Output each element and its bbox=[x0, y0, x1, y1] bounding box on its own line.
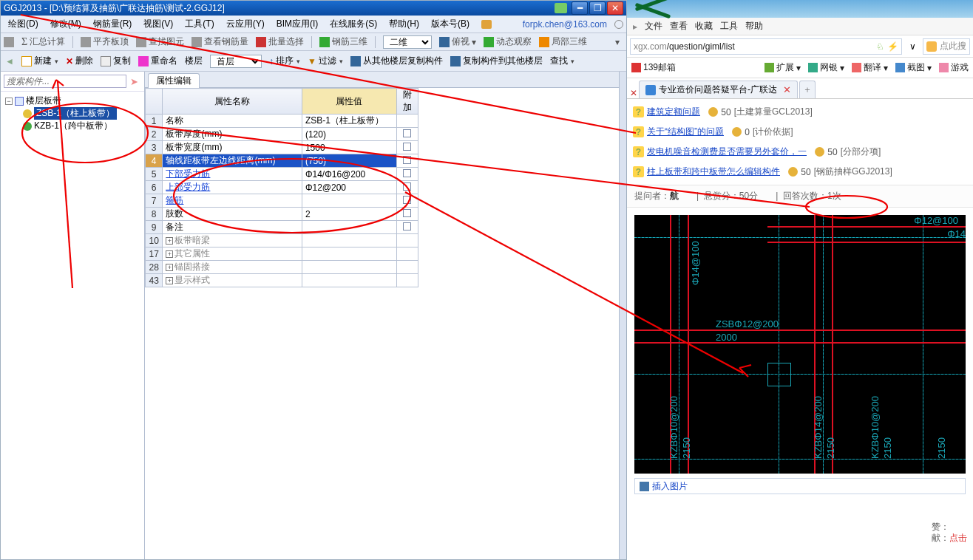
browser-search[interactable]: 点此搜 bbox=[923, 38, 970, 55]
hat-icon[interactable] bbox=[481, 20, 492, 29]
tab-close-icon[interactable]: ✕ bbox=[783, 84, 791, 95]
grid-row[interactable]: 6上部受力筋Φ12@200 bbox=[146, 181, 418, 194]
br-fav[interactable]: 收藏 bbox=[695, 20, 713, 33]
menu-steel[interactable]: 钢筋量(R) bbox=[89, 16, 137, 32]
checkbox[interactable] bbox=[403, 222, 411, 231]
tool-local3d[interactable]: 局部三维 bbox=[539, 35, 587, 48]
qa-item[interactable]: ?关于“结构图”的问题 0 [计价依据] bbox=[627, 122, 973, 142]
copy-button[interactable]: 复制 bbox=[101, 55, 131, 67]
tool-stop[interactable] bbox=[4, 37, 14, 47]
floor-select[interactable]: 首层 bbox=[210, 55, 262, 68]
menu-edit[interactable]: 修改(M) bbox=[46, 16, 86, 32]
tool-batch[interactable]: 批量选择 bbox=[256, 35, 304, 48]
copy-to-button[interactable]: 复制构件到其他楼层 bbox=[450, 55, 543, 67]
menu-tool[interactable]: 工具(T) bbox=[180, 16, 218, 32]
col-name: 属性名称 bbox=[163, 89, 302, 115]
grid-row[interactable]: 3板带宽度(mm)1500 bbox=[146, 141, 418, 154]
trans-button[interactable]: 翻译▾ bbox=[852, 61, 888, 74]
grid-row[interactable]: 10+板带暗梁 bbox=[146, 234, 418, 247]
qa-link[interactable]: 关于“结构图”的问题 bbox=[647, 126, 724, 138]
br-file[interactable]: 文件 bbox=[645, 20, 662, 33]
tool-dyn[interactable]: 动态观察 bbox=[484, 35, 532, 48]
br-view[interactable]: 查看 bbox=[670, 20, 688, 33]
ext-button[interactable]: 扩展▾ bbox=[764, 61, 801, 74]
tool-find[interactable]: 查找图元 bbox=[136, 35, 184, 48]
dropdown-icon[interactable]: ∨ bbox=[905, 39, 920, 54]
menu-view[interactable]: 视图(V) bbox=[139, 16, 177, 32]
br-help[interactable]: 帮助 bbox=[745, 20, 763, 33]
menu-help[interactable]: 帮助(H) bbox=[384, 16, 424, 32]
search-input[interactable] bbox=[4, 75, 126, 88]
close-button[interactable]: ✕ bbox=[607, 1, 623, 15]
menu-bim[interactable]: BIM应用(I) bbox=[272, 16, 323, 32]
tool-back[interactable]: ◄ bbox=[5, 56, 14, 66]
menu-version[interactable]: 版本号(B) bbox=[427, 16, 474, 32]
account-link[interactable]: forpk.chen@163.com bbox=[523, 19, 607, 30]
property-grid[interactable]: 属性名称 属性值 附加 1名称ZSB-1（柱上板带）2板带厚度(mm)(120)… bbox=[145, 88, 418, 287]
checkbox[interactable] bbox=[403, 169, 411, 177]
paw-icon bbox=[926, 41, 937, 52]
grid-row[interactable]: 8肢数2 bbox=[146, 208, 418, 221]
minimize-button[interactable]: ━ bbox=[572, 1, 588, 15]
qa-item[interactable]: ?建筑定额问题 50 [土建算量GCL2013] bbox=[627, 102, 973, 122]
grid-row[interactable]: 28+锚固搭接 bbox=[146, 261, 418, 274]
delete-button[interactable]: ✕删除 bbox=[66, 55, 93, 67]
filter-button[interactable]: ▼过滤▾ bbox=[308, 55, 343, 67]
grid-row[interactable]: 4轴线距板带左边线距离(mm)(750) bbox=[146, 154, 418, 168]
tree-item-kzb1[interactable]: KZB-1（跨中板带） bbox=[5, 120, 144, 132]
new-button[interactable]: 新建▾ bbox=[21, 55, 58, 67]
game-button[interactable]: 游戏 bbox=[939, 61, 969, 74]
mail-link[interactable]: 139邮箱 bbox=[631, 61, 676, 74]
copy-from-button[interactable]: 从其他楼层复制构件 bbox=[350, 55, 443, 67]
tool-sum[interactable]: Σ汇总计算 bbox=[21, 35, 65, 48]
question-icon: ? bbox=[633, 166, 644, 177]
bank-button[interactable]: 网银▾ bbox=[808, 61, 844, 74]
menu-online[interactable]: 在线服务(S) bbox=[325, 16, 382, 32]
menu-draw[interactable]: 绘图(D) bbox=[4, 16, 43, 32]
checkbox[interactable] bbox=[403, 129, 411, 137]
checkbox[interactable] bbox=[403, 156, 411, 164]
grid-row[interactable]: 9备注 bbox=[146, 221, 418, 234]
rename-button[interactable]: 重命名 bbox=[138, 55, 177, 67]
grid-row[interactable]: 1名称ZSB-1（柱上板带） bbox=[146, 115, 418, 128]
grid-row[interactable]: 7箍筋 bbox=[146, 194, 418, 208]
tab-properties[interactable]: 属性编辑 bbox=[148, 73, 200, 88]
view-select[interactable]: 二维 bbox=[383, 35, 432, 49]
checkbox[interactable] bbox=[403, 182, 411, 191]
qa-item[interactable]: ?发电机噪音检测费是否需要另外套价，一 50 [分部分项] bbox=[627, 142, 973, 162]
menu-cloud[interactable]: 云应用(Y) bbox=[222, 16, 269, 32]
component-tree[interactable]: −楼层板带 ZSB-1（柱上板带） KZB-1（跨中板带） bbox=[1, 92, 144, 559]
tree-root[interactable]: −楼层板带 bbox=[5, 95, 144, 107]
tool-3d[interactable]: 钢筋三维 bbox=[319, 35, 367, 48]
sort-button[interactable]: ↕排序▾ bbox=[269, 55, 300, 67]
qa-link[interactable]: 柱上板带和跨中板带怎么编辑构件 bbox=[647, 165, 780, 178]
new-tab-button[interactable]: ＋ bbox=[799, 81, 816, 98]
qa-link[interactable]: 发电机噪音检测费是否需要另外套价，一 bbox=[647, 146, 807, 158]
insert-image-button[interactable]: 插入图片 bbox=[634, 478, 966, 494]
browser-tab[interactable]: 专业造价问题答疑平台-广联达 ✕ bbox=[639, 81, 798, 98]
search-button[interactable]: 查找▾ bbox=[550, 55, 574, 67]
browser-skin bbox=[627, 0, 973, 18]
checkbox[interactable] bbox=[403, 196, 411, 204]
tree-item-zsb1[interactable]: ZSB-1（柱上板带） bbox=[5, 107, 144, 120]
checkbox[interactable] bbox=[403, 143, 411, 151]
grid-row[interactable]: 2板带厚度(mm)(120) bbox=[146, 128, 418, 141]
gear-icon[interactable] bbox=[614, 20, 623, 29]
titlebar[interactable]: GGJ2013 - [D:\预结算及抽筋\广联达抽筋\测试-2.GGJ12] ━… bbox=[1, 1, 626, 16]
tool-side[interactable]: 俯视▾ bbox=[439, 35, 476, 48]
tab-close-left[interactable]: ✕ bbox=[630, 88, 637, 98]
checkbox[interactable] bbox=[403, 209, 411, 217]
tool-level[interactable]: 平齐板顶 bbox=[81, 35, 129, 48]
br-tool[interactable]: 工具 bbox=[720, 20, 738, 33]
address-bar[interactable]: xgx.com/question/giml/list ♘ ⚡ bbox=[630, 38, 902, 55]
shot-button[interactable]: 截图▾ bbox=[895, 61, 932, 74]
qa-link[interactable]: 建筑定额问题 bbox=[647, 106, 700, 118]
qa-item[interactable]: ?柱上板带和跨中板带怎么编辑构件 50 [钢筋抽样GGJ2013] bbox=[627, 162, 973, 182]
toolbar-overflow[interactable]: ▾ bbox=[611, 37, 623, 47]
search-go-icon[interactable]: ➤ bbox=[126, 75, 141, 88]
grid-row[interactable]: 17+其它属性 bbox=[146, 247, 418, 261]
grid-row[interactable]: 5下部受力筋Φ14/Φ16@200 bbox=[146, 168, 418, 181]
restore-button[interactable]: ❐ bbox=[589, 1, 606, 15]
grid-row[interactable]: 43+显示样式 bbox=[146, 274, 418, 287]
tool-qty[interactable]: 查看钢筋量 bbox=[191, 35, 248, 48]
